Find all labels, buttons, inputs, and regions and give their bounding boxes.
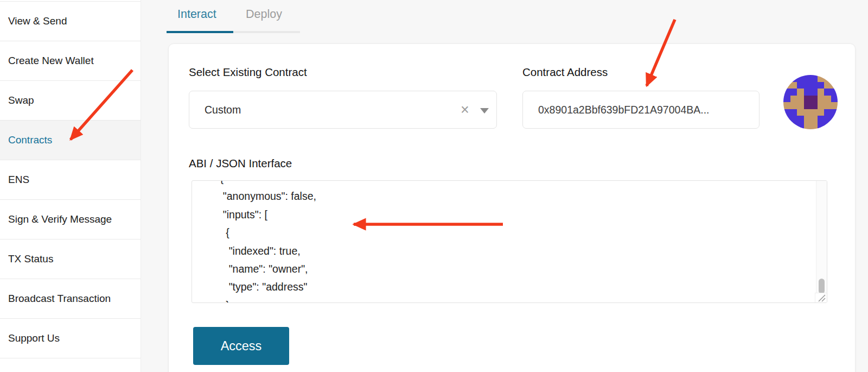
access-button[interactable]: Access [193,327,289,365]
chevron-down-icon[interactable] [480,108,489,114]
sidebar-item-label: ENS [8,174,29,186]
abi-scrollbar-track[interactable] [816,181,827,302]
abi-json-textarea[interactable]: { "anonymous": false, "inputs": [ { "ind… [192,180,827,303]
abi-json-label: ABI / JSON Interface [189,157,292,170]
tab-deploy[interactable]: Deploy [246,8,282,21]
tab-underline-inactive [233,31,300,33]
sidebar-item-label: TX Status [8,253,53,265]
sidebar-item-view-send[interactable]: View & Send [0,2,141,41]
sidebar-item-label: Support Us [8,332,60,344]
clear-selection-icon[interactable]: × [461,91,469,128]
sidebar-item-label: Sign & Verify Message [8,213,112,225]
contract-address-label: Contract Address [522,66,608,79]
resize-handle-icon[interactable] [815,293,827,302]
select-contract-label: Select Existing Contract [189,66,307,79]
sidebar-item-ens[interactable]: ENS [0,160,141,200]
sidebar-item-label: View & Send [8,15,67,27]
sidebar-item-label: Broadcast Transaction [8,293,111,305]
sidebar-item-tx-status[interactable]: TX Status [0,239,141,279]
sidebar-item-broadcast-transaction[interactable]: Broadcast Transaction [0,279,141,319]
existing-contract-dropdown[interactable]: Custom × [189,91,497,129]
tab-interact[interactable]: Interact [177,8,216,21]
sidebar: View & Send Create New Wallet Swap Contr… [0,0,141,372]
abi-scrollbar-thumb[interactable] [819,279,825,294]
contract-address-input[interactable] [522,91,760,129]
sidebar-item-create-new-wallet[interactable]: Create New Wallet [0,41,141,81]
sidebar-item-contracts[interactable]: Contracts [0,121,141,160]
address-identicon [783,75,838,129]
abi-json-content: { "anonymous": false, "inputs": [ { "ind… [192,180,316,303]
sidebar-item-label: Create New Wallet [8,55,94,67]
sidebar-item-swap[interactable]: Swap [0,81,141,121]
dropdown-selected-value: Custom [205,91,241,128]
sidebar-item-sign-verify-message[interactable]: Sign & Verify Message [0,200,141,239]
app-window: View & Send Create New Wallet Swap Contr… [0,0,868,372]
sidebar-item-support-us[interactable]: Support Us [0,319,141,358]
tab-underline-active [167,31,233,33]
sidebar-item-label: Swap [8,94,34,106]
sidebar-item-label: Contracts [8,134,52,146]
